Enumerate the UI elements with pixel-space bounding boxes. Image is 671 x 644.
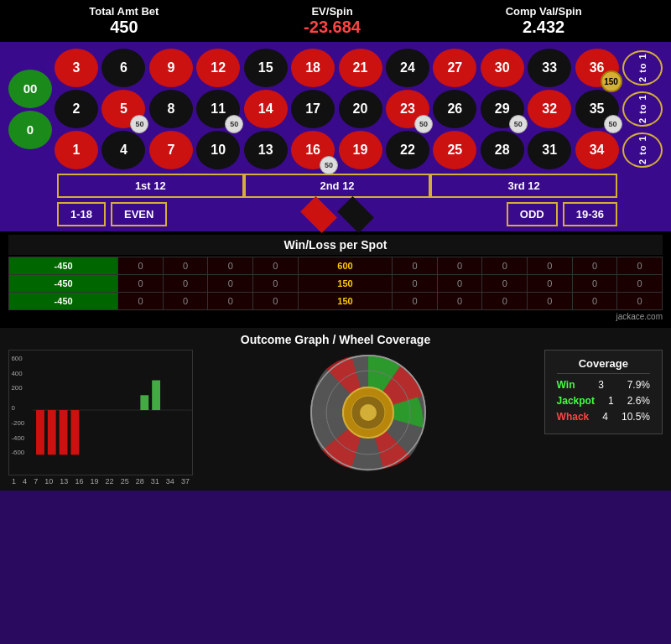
- side-bets: 2 to 1 2 to 1 2 to 1: [622, 49, 663, 169]
- coverage-whack-pct: 10.5%: [622, 411, 650, 423]
- number-label-35: 35: [590, 101, 605, 117]
- wl-title: Win/Loss per Spot: [8, 235, 663, 255]
- number-34[interactable]: 34: [575, 131, 619, 169]
- number-2[interactable]: 2: [55, 90, 98, 128]
- x-axis-labels: 1 4 7 10 13 16 19 22 25 28 31 34 37: [8, 475, 193, 486]
- wl-cell-2-11: 0: [617, 293, 663, 310]
- wl-cell-1-3: 0: [208, 275, 253, 293]
- number-26[interactable]: 26: [433, 90, 476, 128]
- chip-11: 50: [225, 115, 243, 133]
- number-label-19: 19: [353, 143, 368, 158]
- number-31[interactable]: 31: [528, 131, 571, 169]
- dozen-1[interactable]: 1st 12: [57, 174, 244, 198]
- number-1[interactable]: 1: [55, 131, 98, 169]
- number-label-12: 12: [211, 60, 226, 75]
- number-10[interactable]: 10: [196, 131, 240, 169]
- number-label-28: 28: [495, 143, 510, 158]
- number-6[interactable]: 6: [101, 49, 145, 87]
- number-5[interactable]: 550: [101, 90, 145, 128]
- number-16[interactable]: 1650: [291, 131, 335, 169]
- bet-19-36[interactable]: 19-36: [563, 202, 617, 226]
- wl-cell-2-0: -450: [9, 293, 118, 310]
- number-label-11: 11: [211, 101, 226, 117]
- number-3[interactable]: 3: [55, 49, 98, 87]
- wl-cell-2-4: 0: [253, 293, 299, 310]
- number-19[interactable]: 19: [339, 131, 382, 169]
- number-label-14: 14: [258, 101, 273, 117]
- number-33[interactable]: 33: [528, 49, 571, 87]
- side-bet-2to1-mid[interactable]: 2 to 1: [622, 91, 663, 127]
- win-loss-section: Win/Loss per Spot -4500000600000000-4500…: [0, 231, 671, 328]
- roulette-wheel-svg: [309, 354, 427, 471]
- number-label-31: 31: [542, 143, 557, 158]
- wl-table: -4500000600000000-4500000150000000-45000…: [8, 257, 663, 310]
- wl-cell-0-9: 0: [528, 257, 573, 275]
- coverage-whack-count: 4: [602, 411, 608, 423]
- red-diamond[interactable]: [300, 196, 337, 233]
- number-32[interactable]: 32: [528, 90, 571, 128]
- number-22[interactable]: 22: [386, 131, 429, 169]
- bar-1: [36, 410, 44, 454]
- dozen-2[interactable]: 2nd 12: [244, 174, 431, 198]
- svg-text:0: 0: [11, 404, 15, 412]
- number-27[interactable]: 27: [433, 49, 476, 87]
- number-7[interactable]: 7: [149, 131, 193, 169]
- number-15[interactable]: 15: [244, 49, 288, 87]
- number-12[interactable]: 12: [196, 49, 240, 87]
- graph-section: Outcome Graph / Wheel Coverage 600 400 2…: [0, 328, 671, 491]
- wl-cell-0-0: -450: [9, 257, 118, 275]
- number-30[interactable]: 30: [481, 49, 524, 87]
- bar-4: [70, 410, 79, 454]
- coverage-win-label: Win: [557, 379, 575, 391]
- number-29[interactable]: 2950: [481, 90, 524, 128]
- number-label-9: 9: [167, 60, 174, 75]
- wl-cell-0-11: 0: [617, 257, 663, 275]
- wl-cell-0-5: 600: [298, 257, 393, 275]
- roulette-table: 00 0 36912151821242730333615025508115014…: [0, 42, 671, 231]
- number-14[interactable]: 14: [244, 90, 288, 128]
- black-diamond[interactable]: [337, 196, 374, 233]
- wl-cell-0-7: 0: [437, 257, 482, 275]
- wl-cell-0-8: 0: [482, 257, 528, 275]
- number-label-17: 17: [305, 101, 320, 117]
- number-0[interactable]: 0: [8, 111, 52, 149]
- number-17[interactable]: 17: [291, 90, 335, 128]
- number-23[interactable]: 2350: [386, 90, 429, 128]
- bar-2: [48, 410, 56, 454]
- wl-cell-0-10: 0: [572, 257, 617, 275]
- comp-val-stat: Comp Val/Spin 2.432: [506, 5, 582, 37]
- number-4[interactable]: 4: [101, 131, 145, 169]
- bet-odd[interactable]: ODD: [507, 202, 558, 226]
- number-label-27: 27: [447, 60, 462, 75]
- number-28[interactable]: 28: [481, 131, 524, 169]
- number-label-10: 10: [211, 143, 226, 158]
- number-11[interactable]: 1150: [196, 90, 240, 128]
- number-35[interactable]: 3550: [575, 90, 619, 128]
- number-20[interactable]: 20: [339, 90, 382, 128]
- svg-text:-400: -400: [11, 434, 24, 442]
- number-9[interactable]: 9: [149, 49, 193, 87]
- bet-1-18[interactable]: 1-18: [57, 202, 106, 226]
- dozen-3[interactable]: 3rd 12: [430, 174, 617, 198]
- coverage-win-row: Win 3 7.9%: [557, 379, 650, 391]
- number-label-7: 7: [167, 143, 174, 158]
- number-13[interactable]: 13: [244, 131, 288, 169]
- svg-text:400: 400: [11, 370, 23, 377]
- number-18[interactable]: 18: [291, 49, 335, 87]
- wl-cell-2-10: 0: [572, 293, 617, 310]
- number-25[interactable]: 25: [433, 131, 476, 169]
- jackace-credit: jackace.com: [8, 310, 663, 323]
- bet-even[interactable]: EVEN: [111, 202, 167, 226]
- number-24[interactable]: 24: [386, 49, 429, 87]
- wl-cell-1-7: 0: [437, 275, 482, 293]
- number-21[interactable]: 21: [339, 49, 382, 87]
- side-bet-2to1-bottom[interactable]: 2 to 1: [622, 132, 663, 168]
- side-bet-2to1-top[interactable]: 2 to 1: [622, 50, 663, 86]
- ev-spin-value: -23.684: [304, 18, 361, 37]
- number-8[interactable]: 8: [149, 90, 193, 128]
- number-00[interactable]: 00: [8, 70, 52, 108]
- coverage-whack-row: Whack 4 10.5%: [557, 411, 650, 423]
- wl-cell-2-5: 150: [298, 293, 393, 310]
- number-36[interactable]: 36150: [575, 49, 619, 87]
- svg-text:600: 600: [11, 355, 23, 362]
